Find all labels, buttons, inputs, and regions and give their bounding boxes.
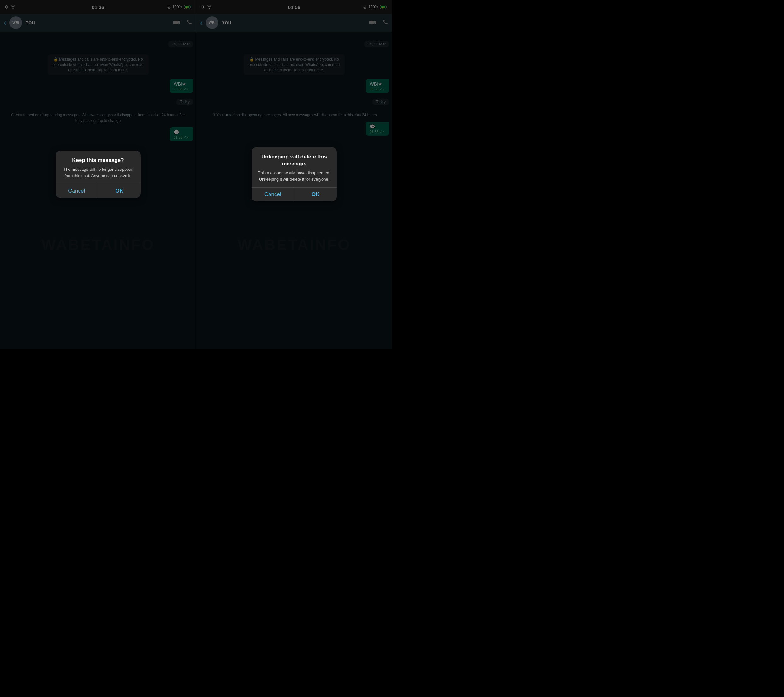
dialog-title-right: Unkeeping will delete this message. <box>257 153 332 167</box>
dialog-message-left: The message will no longer disappear fro… <box>61 166 136 179</box>
dialog-content-right: Unkeeping will delete this message. This… <box>252 147 337 187</box>
dialog-overlay-left: Keep this message? The message will no l… <box>0 0 196 348</box>
ok-button-left[interactable]: OK <box>98 184 141 198</box>
keep-message-dialog: Keep this message? The message will no l… <box>56 151 141 198</box>
unkeeping-dialog: Unkeeping will delete this message. This… <box>252 147 337 201</box>
cancel-button-left[interactable]: Cancel <box>56 184 99 198</box>
right-panel: ✈ 01:56 ◎ 100% <box>196 0 392 348</box>
left-panel: ✈ 01:36 ◎ 100% <box>0 0 196 348</box>
cancel-button-right[interactable]: Cancel <box>252 188 295 201</box>
dialog-overlay-right: Unkeeping will delete this message. This… <box>196 0 392 348</box>
dialog-buttons-right: Cancel OK <box>252 188 337 201</box>
dialog-buttons-left: Cancel OK <box>56 184 141 198</box>
dialog-message-right: This message would have disappeared. Unk… <box>257 170 332 182</box>
dialog-content-left: Keep this message? The message will no l… <box>56 151 141 184</box>
dialog-title-left: Keep this message? <box>61 157 136 164</box>
ok-button-right[interactable]: OK <box>295 188 337 201</box>
